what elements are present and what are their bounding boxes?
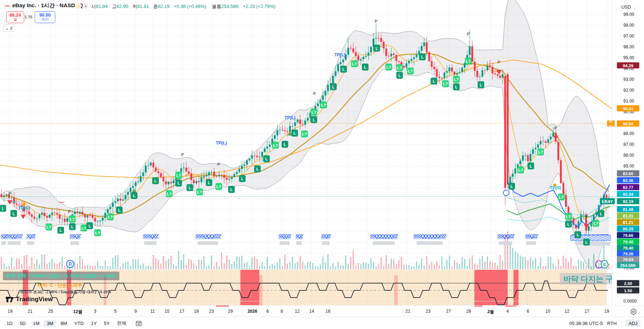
pivot-label: P [217,162,220,166]
squeeze-alert-band [513,270,519,305]
squeeze-alert-band [240,270,259,305]
price-badge: 82.34 [617,191,639,197]
time-label: 21 [405,309,410,314]
squeeze-gray-box [1,241,6,245]
squeeze-gray-box [27,241,34,245]
time-label: 8 [281,309,283,314]
price-badge: 79.26 [617,251,639,257]
price-scale-label: 0.0000 [623,299,637,304]
time-label: 3 [94,309,97,314]
symbol-title[interactable]: eBay Inc. · 1시간 · NASDAQ [12,2,83,9]
time-label: 19 [604,309,609,314]
go-to-date-icon[interactable] [135,320,142,327]
trail-dot [22,203,25,206]
pivot-label: P [498,60,500,64]
time-axis[interactable]: 19212512월3591115171923292026681214162123… [0,305,644,317]
range-button-1y[interactable]: 1Y [88,320,99,327]
time-label: 29 [228,309,233,314]
squeeze-label-text: SQZZ [26,234,36,239]
svg-text:L: L [71,225,74,229]
squeeze-labels: SQZSSQQZZZSQZZSSQZSSSQZZSSSQQQZZZSSQQZZS… [1,234,609,245]
range-button-전체[interactable]: 전체 [114,319,129,328]
range-button-6m[interactable]: 6M [57,320,70,327]
scale-settings-icon[interactable] [630,308,637,315]
svg-text:L?: L? [443,82,448,86]
sell-triangle-icon [7,200,12,204]
take-profit-label: TP(L) [334,52,346,57]
session-break-mark [506,306,516,307]
price-badge: 79.66 [617,232,639,238]
range-button-5d[interactable]: 5D [17,320,29,327]
main-chart-canvas[interactable]: SQZSSQQZZZSQZZSSQZSSSQZZSSSQQQZZZSSQQZZS… [0,0,612,305]
price-scale-label: 92.00 [623,88,634,93]
sell-button[interactable]: 88.24 셀 [6,11,24,23]
price-scale-label: 98.00 [623,23,634,28]
price-scale-label: 85.00 [623,164,634,169]
toolbar-divider [132,320,132,326]
session-toggle[interactable]: RTH [607,321,617,326]
svg-text:L: L [60,228,62,233]
time-label: 5 [114,309,117,314]
range-button-ytd[interactable]: YTD [71,320,86,327]
svg-text:L: L [89,224,91,228]
squeeze-label-text: SQZ [295,234,303,239]
svg-text:L?: L? [386,65,391,69]
svg-text:L?: L? [518,168,523,172]
range-button-5y[interactable]: 5Y [101,320,112,327]
svg-text:L: L [364,65,367,69]
pivot-label: P [467,32,469,36]
svg-text:L: L [313,118,315,122]
price-badge: 82.19EBAY [617,198,639,204]
tradingview-watermark: TradingView [5,295,53,304]
price-scale-label: 87.00 [623,142,634,147]
close-value: 82.19 [158,4,170,9]
svg-text:L?: L? [176,173,181,178]
range-button-3m[interactable]: 3M [44,320,56,327]
buy-button[interactable]: 90.00 바이 [35,11,55,23]
indicator-collapse-chip[interactable]: ⌄ 2 [3,25,15,32]
svg-text:L: L [511,184,513,189]
range-button-1d[interactable]: 1D [4,320,16,327]
price-badge: 83.36 [617,177,639,183]
sell-triangle-icon [21,215,26,219]
svg-text:L: L [265,157,268,161]
squeeze-gray-box [526,241,536,245]
svg-text:L?: L? [566,215,571,219]
svg-text:L: L [530,164,532,168]
price-badge: 1.50 [617,287,639,294]
svg-text:L: L [178,181,180,185]
squeeze-gray-box [144,241,157,245]
range-button-1m[interactable]: 1M [30,320,42,327]
squeeze-label-text: SSQZZ [525,234,538,239]
sell-label: 셀 [13,18,17,22]
price-badge: 79.40 [617,239,639,245]
price-scale-label: 86.00 [623,153,634,158]
change-value: +0.38 (+0.46%) [174,4,206,9]
symbol-logo-text: ebay [5,5,10,7]
price-badge: 2.50 [617,280,639,286]
symbol-logo[interactable]: ebay [4,2,11,9]
time-label: 9 [135,309,137,314]
range-switcher: 1D5D1M3M6MYTD1Y5Y전체 [0,319,129,328]
time-label: 6 [527,309,529,314]
take-profit-label: TP(S) [18,205,29,211]
squeeze-label-text: SSQQZZZ [6,234,23,239]
squeeze-label-text: SSQQQQQQZZ [370,234,398,239]
time-label: 12 [295,309,299,314]
high-label: 고 [112,4,116,9]
squeeze-label-text: SSSQQQZZZ [195,234,221,239]
ohlc-readout: 시81.84 고82.90 저81.81 종82.19 +0.38 (+0.46… [91,3,276,10]
svg-text:L?: L? [321,103,326,107]
price-badge: 83.60 [617,170,639,177]
svg-text:L: L [2,206,4,211]
squeeze-gray-box [322,241,330,245]
squeeze-label-text: SSQQZZ [278,234,291,239]
svg-text:L?: L? [216,185,221,189]
sell-price: 88.24 [9,13,21,18]
currency-selector[interactable]: USD ⌄ [617,3,640,12]
price-scale[interactable]: USD ⌄ 99.0098.0097.0096.0095.0094.0093.0… [612,0,644,305]
price-scale-label: 99.00 [623,12,634,17]
price-badge: 81.21 [617,219,639,225]
svg-text:L: L [118,208,121,212]
adjusted-data-toggle[interactable]: ADJ [626,320,640,327]
